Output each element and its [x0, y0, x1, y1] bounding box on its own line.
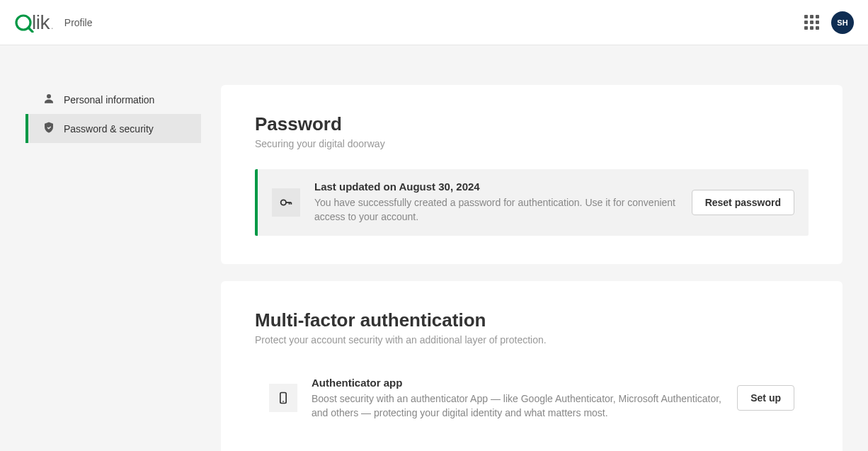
logo-text: lik	[32, 11, 50, 34]
password-info-text: Last updated on August 30, 2024 You have…	[314, 181, 678, 224]
mfa-setup-button[interactable]: Set up	[737, 385, 794, 411]
password-subtitle: Securing your digital doorway	[255, 138, 809, 149]
sidebar-item-password-security[interactable]: Password & security	[25, 114, 201, 143]
person-icon	[42, 92, 55, 107]
password-last-updated: Last updated on August 30, 2024	[314, 181, 678, 193]
mfa-app-desc: Boost security with an authenticator App…	[312, 392, 723, 421]
qlik-logo[interactable]: lik.	[14, 11, 53, 34]
svg-point-2	[47, 94, 51, 98]
password-info-box: Last updated on August 30, 2024 You have…	[255, 169, 809, 236]
password-card: Password Securing your digital doorway L…	[221, 85, 843, 264]
sidebar-item-label: Password & security	[64, 123, 154, 135]
mfa-app-box: Authenticator app Boost security with an…	[255, 365, 809, 432]
content: Personal information Password & security…	[0, 45, 868, 451]
sidebar-item-personal-info[interactable]: Personal information	[25, 85, 201, 114]
mfa-title: Multi-factor authentication	[255, 309, 809, 331]
password-info-desc: You have successfully created a password…	[314, 195, 678, 224]
sidebar: Personal information Password & security	[25, 85, 201, 451]
header-right: SH	[803, 11, 854, 34]
password-title: Password	[255, 113, 809, 135]
mfa-app-text: Authenticator app Boost security with an…	[312, 377, 723, 421]
mfa-subtitle: Protect your account security with an ad…	[255, 334, 809, 346]
phone-icon	[269, 384, 297, 412]
shield-icon	[42, 121, 55, 136]
mfa-app-title: Authenticator app	[312, 377, 723, 389]
apps-grid-icon[interactable]	[803, 14, 820, 31]
avatar[interactable]: SH	[831, 11, 854, 34]
key-icon	[272, 188, 300, 217]
header-left: lik. Profile	[14, 11, 92, 34]
page-title-label: Profile	[64, 17, 93, 28]
sidebar-item-label: Personal information	[64, 94, 154, 105]
mfa-card: Multi-factor authentication Protect your…	[221, 281, 843, 451]
header: lik. Profile SH	[0, 0, 868, 45]
reset-password-button[interactable]: Reset password	[692, 190, 794, 215]
main: Password Securing your digital doorway L…	[221, 85, 843, 451]
logo-q-icon	[14, 13, 34, 33]
svg-point-3	[281, 200, 286, 205]
